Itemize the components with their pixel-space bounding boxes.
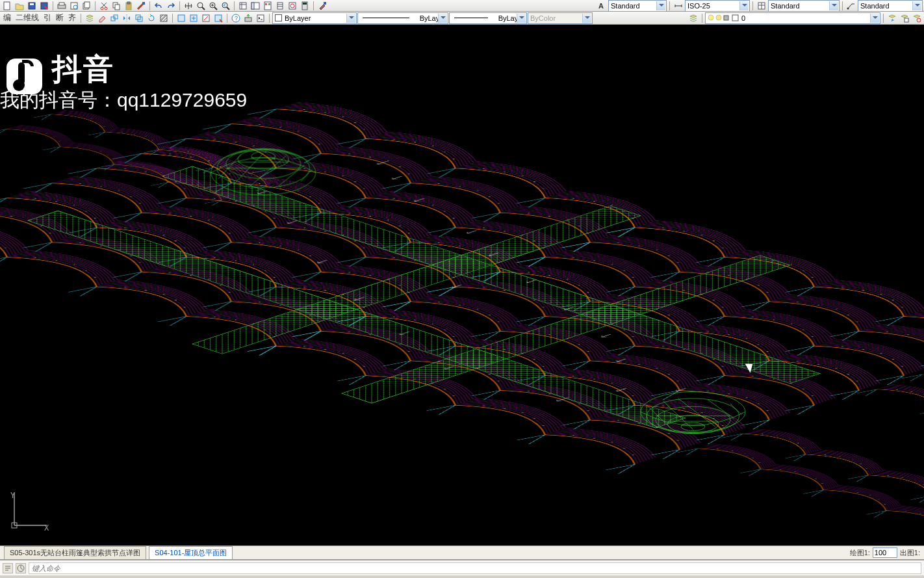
erase-icon[interactable] — [96, 13, 108, 23]
properties-icon[interactable] — [237, 1, 249, 11]
layer-color-combo[interactable]: ByLayer — [272, 12, 357, 24]
insert-icon[interactable] — [188, 13, 199, 23]
markup-icon[interactable] — [287, 1, 298, 11]
brush-icon[interactable] — [316, 1, 328, 11]
svg-rect-9 — [84, 2, 90, 8]
svg-rect-0 — [4, 2, 10, 10]
xref-icon[interactable] — [200, 13, 212, 23]
design-center-icon[interactable] — [250, 1, 261, 11]
linetype-sample-icon — [363, 18, 409, 18]
menu-char[interactable]: 引 — [42, 12, 53, 23]
wblock-icon[interactable] — [212, 13, 224, 23]
drawing-viewport[interactable]: 抖音 我的抖音号：qq1129729659 Y X — [0, 25, 924, 545]
linetype-combo[interactable]: ByLayer — [357, 12, 448, 24]
new-icon[interactable] — [1, 1, 13, 11]
hatch-icon[interactable] — [158, 13, 170, 23]
sheet-set-icon[interactable] — [274, 1, 286, 11]
toolbar-separator — [842, 1, 843, 10]
mirror-icon[interactable] — [121, 13, 133, 23]
toolbar-separator — [179, 1, 180, 10]
command-input[interactable] — [29, 562, 921, 574]
svg-rect-31 — [324, 2, 326, 5]
plot-preview-icon[interactable] — [68, 1, 80, 11]
svg-rect-40 — [178, 15, 185, 21]
svg-rect-52 — [905, 18, 908, 22]
layer-isolate-icon[interactable] — [911, 13, 923, 23]
mleader-style-icon[interactable] — [845, 1, 857, 11]
svg-point-48 — [708, 15, 713, 20]
svg-point-49 — [716, 15, 721, 20]
dim-style-icon[interactable] — [673, 1, 684, 11]
toolbar-separator — [269, 14, 270, 23]
command-bar — [0, 560, 924, 575]
menu-char[interactable]: 编 — [1, 12, 13, 23]
script-icon[interactable] — [255, 13, 266, 23]
layer-status-icons — [708, 14, 741, 22]
command-history-icon[interactable] — [3, 563, 13, 573]
publish-icon[interactable] — [81, 1, 92, 11]
dim-style-combo[interactable]: ISO-25 — [685, 0, 750, 12]
appload-icon[interactable] — [242, 13, 254, 23]
dim-style-value: ISO-25 — [687, 2, 710, 10]
plotstyle-value: ByColor — [530, 14, 556, 22]
open-icon[interactable] — [14, 1, 25, 11]
svg-rect-26 — [277, 3, 283, 9]
zoom-realtime-icon[interactable] — [195, 1, 207, 11]
command-recent-icon[interactable] — [16, 563, 26, 573]
zoom-window-icon[interactable] — [207, 1, 219, 11]
tool-palettes-icon[interactable] — [262, 1, 274, 11]
cut-icon[interactable] — [98, 1, 110, 11]
copy-icon[interactable] — [110, 1, 122, 11]
svg-rect-13 — [115, 5, 120, 10]
plot-icon[interactable] — [56, 1, 68, 11]
svg-rect-2 — [30, 3, 34, 5]
text-style-combo[interactable]: Standard — [608, 0, 667, 12]
lineweight-sample-icon — [454, 18, 488, 18]
ucs-icon: Y X — [8, 486, 53, 534]
paste-icon[interactable] — [123, 1, 135, 11]
svg-point-34 — [847, 7, 849, 9]
match-props-icon[interactable] — [135, 1, 147, 11]
svg-rect-25 — [268, 3, 270, 5]
menu-char[interactable]: 断 — [54, 12, 66, 23]
plot-scale-input[interactable] — [873, 547, 897, 558]
undo-icon[interactable] — [153, 1, 164, 11]
lineweight-combo[interactable]: ByLayer — [449, 12, 527, 24]
rotate-icon[interactable] — [146, 13, 157, 23]
zoom-previous-icon[interactable] — [220, 1, 231, 11]
quickcalc-icon[interactable] — [299, 1, 311, 11]
layer-states-icon[interactable] — [899, 13, 910, 23]
toolbar-separator — [669, 1, 670, 10]
mleader-style-combo[interactable]: Standard — [858, 0, 923, 12]
copy-obj-icon[interactable] — [109, 13, 120, 23]
saveas-icon[interactable] — [38, 1, 50, 11]
layout-tab[interactable]: S05-301s无站台柱雨篷典型索拱节点详图 — [4, 546, 146, 559]
svg-text:A: A — [598, 2, 604, 10]
offset-icon[interactable] — [133, 13, 145, 23]
layer-color-value: ByLayer — [285, 14, 311, 22]
pan-icon[interactable] — [183, 1, 194, 11]
table-style-icon[interactable] — [756, 1, 767, 11]
toolbar-separator — [752, 1, 753, 10]
help-icon[interactable]: ? — [230, 13, 242, 23]
mleader-style-value: Standard — [860, 2, 890, 10]
layer-properties-icon[interactable] — [84, 13, 96, 23]
layout-tab-active[interactable]: S04-101-屋顶总平面图 — [149, 546, 233, 559]
layer-current-value: 0 — [741, 14, 745, 22]
layer-previous-icon[interactable] — [886, 13, 898, 23]
layer-current-combo[interactable]: 0 — [705, 12, 880, 24]
table-style-combo[interactable]: Standard — [768, 0, 840, 12]
text-style-icon[interactable]: A — [596, 1, 608, 11]
svg-text:?: ? — [235, 15, 238, 21]
save-icon[interactable] — [26, 1, 38, 11]
layer-manager-icon[interactable] — [687, 13, 699, 23]
block-icon[interactable] — [175, 13, 187, 23]
table-style-value: Standard — [771, 2, 800, 10]
redo-icon[interactable] — [165, 1, 177, 11]
svg-rect-47 — [257, 15, 264, 21]
svg-rect-66 — [192, 206, 641, 354]
menu-char[interactable]: 二维线 — [14, 12, 41, 23]
svg-rect-30 — [303, 3, 307, 5]
menu-char[interactable]: 齐 — [66, 12, 78, 23]
text-style-value: Standard — [611, 2, 640, 10]
